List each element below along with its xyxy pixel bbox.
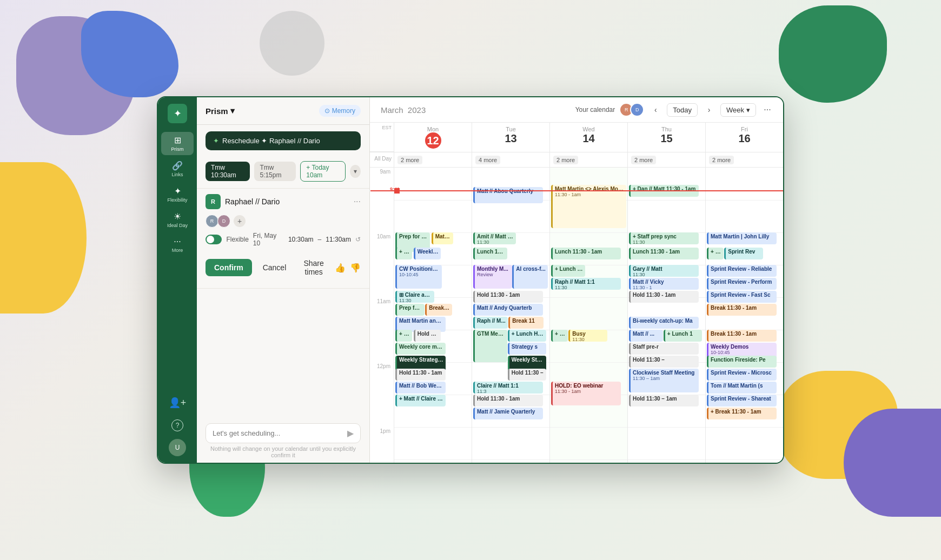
event-cw-positioning[interactable]: CW Positioning Discussion 10-10:45 [395,265,442,289]
event-raph-m[interactable]: Raph // M... [473,317,508,329]
event-matt-jamie[interactable]: Matt // Jamie Quarterly [473,408,543,419]
time-chip-today[interactable]: + Today 10am [300,161,346,182]
event-biweekly[interactable]: Bi-weekly catch-up: Ma [629,317,699,329]
thumbs-up-icon[interactable]: 👍 [335,263,346,273]
event-break-mon[interactable]: Break 11 [425,304,452,316]
event-matt-abou[interactable]: Matt // Abou Quarterly [473,187,543,203]
event-sprint-review-reliable[interactable]: Sprint Review - Reliable [707,265,777,277]
cancel-button[interactable]: Cancel [256,259,293,276]
event-menu-icon[interactable]: ··· [354,197,361,206]
event-function-fireside[interactable]: Function Fireside: Pe [707,356,777,368]
calendar-more-button[interactable]: ··· [760,103,774,117]
week-view-button[interactable]: Week ▾ [720,103,756,117]
event-sprint-shareat[interactable]: Sprint Review - Shareat [707,395,777,406]
day-headers: EST Mon 12 Tue 13 Wed 14 Thu 15 [370,123,783,152]
event-lunch-wed-3[interactable]: + Lunch 1 [551,330,568,342]
sidebar-item-more[interactable]: ··· More [161,234,194,256]
event-clockwise-staff[interactable]: Clockwise Staff Meeting 11:30 – 1am [629,369,699,392]
confirm-button[interactable]: Confirm [206,259,252,276]
calendar-prev-button[interactable]: ‹ [648,103,662,117]
time-chip-tmw-morning[interactable]: Tmw 10:30am [206,162,250,181]
event-lunch-hold-tue[interactable]: + Lunch Hold 1 [508,330,547,342]
event-hold-tue-3[interactable]: Hold 11:30 - 1am [473,395,543,406]
send-icon[interactable]: ▶ [347,428,354,438]
event-lunch-mon-2[interactable]: + Lunch 1 [395,330,412,342]
event-hold-mon[interactable]: Hold 11:30 – [414,330,441,342]
allday-more-tue[interactable]: 4 more [475,156,500,164]
event-lunch-tue[interactable]: Lunch 11:30 - 1am [473,248,507,259]
event-matt-vicky[interactable]: Matt // Vicky 11:30 - 1 [629,278,699,290]
expand-times-button[interactable]: ▾ [350,165,361,178]
event-sprint-review-perf[interactable]: Sprint Review - Perform [707,278,777,290]
event-hold-mon-2[interactable]: Hold 11:30 - 1am [395,369,446,381]
event-hold-eo-webinar[interactable]: HOLD: EO webinar 11:30 - 1am [551,382,621,405]
event-staff-pre[interactable]: Staff pre-r [629,343,699,355]
event-claire-matt[interactable]: Claire // Matt 1:1 11:3 [473,382,543,394]
event-hold-thu-3[interactable]: Hold 11:30 – 1am [629,395,699,406]
event-hold-tue[interactable]: Hold 11:30 - 1am [473,291,543,303]
event-lunch-thu[interactable]: Lunch 11:30 - 1am [629,248,699,259]
today-button[interactable]: Today [667,103,698,117]
sidebar-item-links[interactable]: 🔗 Links [161,157,194,181]
event-hold-thu[interactable]: Hold 11:30 - 1am [629,291,699,303]
prism-dropdown[interactable]: Prism ▾ [206,106,235,116]
allday-more-fri[interactable]: 2 more [709,156,734,164]
flexible-toggle[interactable] [206,235,222,244]
sidebar-add-user[interactable]: 👤+ [161,394,194,412]
event-matt-alexis[interactable]: Matt Martin <> Alexis Mochary Method Coa… [551,185,626,228]
event-prep-th[interactable]: Prep for th [395,304,425,316]
thumbs-down-icon[interactable]: 👎 [350,263,361,273]
event-lunch-fri[interactable]: + Lunch 1 [707,248,724,259]
event-matt-thu[interactable]: Matt // ... [629,330,663,342]
event-tom-matt[interactable]: Tom // Matt Martin (s [707,382,777,394]
event-hold-tue-2[interactable]: Hold 11:30 – [508,369,547,381]
event-amit-matt[interactable]: Amit // Matt 1:1 11:30 [473,232,516,244]
event-ai-cross[interactable]: AI cross-f... [512,265,548,289]
share-times-button[interactable]: Share times [297,255,330,281]
allday-more-wed[interactable]: 2 more [553,156,578,164]
event-matt-claire[interactable]: + Matt // Claire 11:30 - 1a [395,395,446,406]
event-lunch-wed[interactable]: Lunch 11:30 - 1am [551,248,621,259]
event-strategy-s[interactable]: Strategy s [508,343,547,355]
event-weekly-ki[interactable]: Weekly Ki [414,248,441,259]
event-gary-matt[interactable]: Gary // Matt 11:30 [629,265,699,277]
event-sprint-rev[interactable]: Sprint Rev [724,248,763,259]
event-break-fri-2[interactable]: Break 11:30 - 1am [707,330,777,342]
user-avatar[interactable]: U [169,439,186,456]
event-matt-john-lilly[interactable]: Matt Martin | John Lilly [707,232,777,244]
event-busy-wed[interactable]: Busy 11:30 [568,330,607,342]
event-hold-thu-2[interactable]: Hold 11:30 – [629,356,699,368]
allday-more-mon[interactable]: 2 more [397,156,422,164]
event-raph-matt-wed[interactable]: Raph // Matt 1:1 11:30 [551,278,621,290]
event-weekly-core[interactable]: Weekly core metrics re [395,343,446,355]
sidebar-help[interactable]: ? [161,416,194,435]
allday-more-thu[interactable]: 2 more [631,156,656,164]
event-lunch-wed-2[interactable]: + Lunch 11:30 - 1am [551,265,585,277]
event-break-fri[interactable]: Break 11:30 - 1am [707,304,777,316]
event-staff-prep[interactable]: + Staff prep sync 11:30 [629,232,699,244]
app-logo[interactable]: ✦ [168,104,187,123]
sidebar-item-prism[interactable]: ⊞ Prism [161,132,194,155]
memory-badge[interactable]: ⊙ Memory [319,105,361,117]
event-lunch-thu-2[interactable]: + Lunch 1 [664,330,703,342]
event-lunch-mon[interactable]: + Lunch 1 [395,248,412,259]
event-break-fri-3[interactable]: + Break 11:30 - 1am [707,408,777,419]
add-attendee-button[interactable]: + [234,215,246,227]
sidebar-item-ideal-day[interactable]: ☀ Ideal Day [161,208,194,231]
event-matt-bob[interactable]: Matt // Bob Weekly 1:1 [395,382,446,394]
event-claire-dan[interactable]: ⊞ Claire and Dan 11:30 [395,291,434,303]
time-chip-tmw-evening[interactable]: Tmw 5:15pm [254,162,296,181]
chat-input[interactable] [213,429,343,437]
event-gtm-meeting[interactable]: GTM Meeting (Every [473,330,507,362]
event-matt-host[interactable]: Matt Host [432,232,453,244]
event-monthly-m[interactable]: Monthly M... Review [473,265,512,289]
event-sprint-review-fast[interactable]: Sprint Review - Fast Sc [707,291,777,303]
time-11am: 11am [370,297,394,330]
sidebar-item-flexibility[interactable]: ✦ Flexibility [161,183,194,206]
calendar-next-button[interactable]: › [702,103,716,117]
event-sprint-ms[interactable]: Sprint Review - Microsc [707,369,777,381]
event-matt-andy[interactable]: Matt // Andy Quarterb [473,304,543,316]
event-break-tue[interactable]: Break 11 [508,317,543,329]
flexible-label: Flexible [226,236,248,243]
event-dan-matt[interactable]: + Dan // Matt 11:30 - 1am [629,185,699,197]
